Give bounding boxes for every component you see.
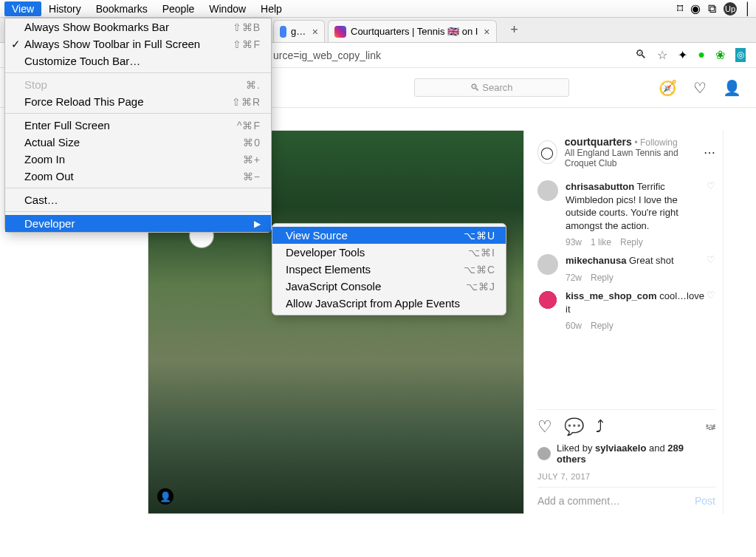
favicon-instagram-icon: [334, 26, 346, 38]
menu-item-enter-full-screen[interactable]: Enter Full Screen^⌘F: [5, 117, 271, 134]
display-icon[interactable]: ⌑: [677, 1, 683, 16]
menubar-help[interactable]: Help: [253, 1, 289, 16]
comment-row: kiss_me_shop_com cool…love it 60w Reply …: [537, 290, 715, 332]
submenu-item-javascript-console[interactable]: JavaScript Console⌥⌘J: [272, 278, 506, 295]
comment-text: Great shot: [629, 255, 674, 266]
commenter-name[interactable]: mikechanusa: [566, 255, 626, 266]
menubar-window[interactable]: Window: [202, 1, 253, 16]
activity-heart-icon[interactable]: ♡: [693, 79, 707, 97]
menubar-people[interactable]: People: [155, 1, 202, 16]
menubar-history[interactable]: History: [41, 1, 89, 16]
developer-submenu: View Source⌥⌘UDeveloper Tools⌥⌘IInspect …: [272, 223, 506, 315]
comment-age: 60w: [566, 320, 582, 332]
tab-instagram[interactable]: Courtquarters | Tennis 🇬🇧 on I ×: [328, 20, 497, 42]
view-menu-dropdown: Always Show Bookmarks Bar⇧⌘B✓Always Show…: [4, 18, 272, 233]
menubar-right: ⌑ ◉ ⧉ Up │: [677, 1, 752, 16]
favicon-google-icon: [280, 26, 286, 38]
follow-state[interactable]: • Following: [634, 137, 677, 148]
commenter-name[interactable]: kiss_me_shop_com: [566, 290, 657, 301]
post-date: JULY 7, 2017: [537, 472, 715, 481]
share-icon[interactable]: ⤴: [596, 417, 604, 437]
search-placeholder: Search: [482, 82, 512, 93]
comment-reply[interactable]: Reply: [620, 236, 643, 248]
profile-icon[interactable]: 👤: [723, 79, 741, 97]
mac-menubar: View History Bookmarks People Window Hel…: [0, 0, 756, 18]
menu-item-always-show-bookmarks-bar[interactable]: Always Show Bookmarks Bar⇧⌘B: [5, 18, 271, 35]
comment-reply[interactable]: Reply: [591, 320, 614, 332]
post-sidebar: ◯ courtquarters • Following All England …: [524, 130, 724, 514]
commenter-avatar[interactable]: [537, 180, 558, 201]
explore-icon[interactable]: 🧭: [659, 79, 677, 97]
ext-4-icon[interactable]: ◎: [735, 48, 746, 62]
submenu-item-allow-javascript-from-apple-events[interactable]: Allow JavaScript from Apple Events: [272, 295, 506, 312]
menu-item-stop: Stop⌘.: [5, 76, 271, 93]
liked-by[interactable]: Liked by sylviaakelo and 289 others: [537, 442, 715, 465]
tagged-people-icon[interactable]: 👤: [157, 488, 173, 505]
liked-by-user[interactable]: sylviaakelo: [595, 442, 646, 454]
submenu-item-inspect-elements[interactable]: Inspect Elements⌥⌘C: [272, 261, 506, 278]
liked-by-prefix: Liked by: [557, 442, 595, 454]
new-tab-button[interactable]: +: [506, 22, 523, 38]
comment-row: chrisasabutton Terrific Wimbledon pics! …: [537, 180, 715, 248]
menu-item-force-reload-this-page[interactable]: Force Reload This Page⇧⌘R: [5, 93, 271, 110]
author-avatar[interactable]: ◯: [537, 140, 557, 164]
search-icon: 🔍︎: [470, 82, 483, 93]
dropbox-icon[interactable]: ⧉: [708, 2, 716, 16]
comment-reply[interactable]: Reply: [591, 272, 614, 284]
grammarly-icon[interactable]: ●: [698, 48, 705, 62]
author-username[interactable]: courtquarters: [565, 136, 632, 148]
like-comment-icon[interactable]: ♡: [707, 180, 715, 248]
menu-item-cast-[interactable]: Cast…: [5, 191, 271, 208]
menu-item-customize-touch-bar-[interactable]: Customize Touch Bar…: [5, 52, 271, 69]
tab-title: Courtquarters | Tennis 🇬🇧 on I: [351, 26, 478, 37]
menu-item-zoom-out[interactable]: Zoom Out⌘−: [5, 168, 271, 185]
post-location[interactable]: All England Lawn Tennis and Croquet Club: [565, 148, 704, 168]
tab-close-icon[interactable]: ×: [484, 26, 489, 38]
tab-close-icon[interactable]: ×: [312, 26, 318, 38]
readermode-icon[interactable]: 🔍︎: [635, 48, 647, 62]
url-text: urce=ig_web_copy_link: [273, 49, 625, 61]
urlbar-actions: 🔍︎ ☆ ✦ ● ❀ ◎: [625, 48, 756, 62]
comment-likes[interactable]: 1 like: [591, 236, 611, 248]
commenter-name[interactable]: chrisasabutton: [566, 181, 634, 192]
submenu-item-developer-tools[interactable]: Developer Tools⌥⌘I: [272, 244, 506, 261]
post-comment-button[interactable]: Post: [695, 495, 715, 507]
liked-by-mid: and: [646, 442, 667, 454]
search-input[interactable]: 🔍︎ Search: [414, 78, 569, 97]
add-comment-input[interactable]: Add a comment…: [537, 495, 620, 507]
upwork-icon[interactable]: Up: [724, 2, 737, 16]
ext-1-icon[interactable]: ✦: [678, 48, 687, 62]
tab-title: gle Do: [291, 26, 306, 37]
menubar-bookmarks[interactable]: Bookmarks: [89, 1, 155, 16]
submenu-item-view-source[interactable]: View Source⌥⌘U: [272, 227, 506, 244]
post-header: ◯ courtquarters • Following All England …: [537, 136, 715, 168]
like-comment-icon[interactable]: ♡: [707, 290, 715, 332]
commenter-avatar[interactable]: [537, 254, 558, 275]
menu-item-actual-size[interactable]: Actual Size⌘0: [5, 134, 271, 151]
add-comment-row: Add a comment… Post: [537, 487, 715, 514]
post-more-icon[interactable]: ⋯: [704, 146, 715, 160]
comment-age: 72w: [566, 272, 582, 284]
liker-avatar: [537, 447, 551, 460]
menubar-overflow[interactable]: │: [744, 2, 752, 16]
tab-googledoc[interactable]: gle Do ×: [273, 20, 325, 42]
menu-item-developer[interactable]: Developer▶: [5, 215, 271, 232]
star-icon[interactable]: ☆: [657, 48, 667, 62]
like-comment-icon[interactable]: ♡: [707, 254, 715, 284]
comment-age: 93w: [566, 236, 582, 248]
menu-item-always-show-toolbar-in-full-screen[interactable]: ✓Always Show Toolbar in Full Screen⇧⌘F: [5, 35, 271, 52]
comments-list: chrisasabutton Terrific Wimbledon pics! …: [537, 174, 715, 409]
comment-icon[interactable]: 💬: [564, 417, 584, 437]
post-actions: ♡ 💬 ⤴ ⎃: [537, 409, 715, 440]
menubar-view[interactable]: View: [4, 1, 41, 16]
menu-item-zoom-in[interactable]: Zoom In⌘+: [5, 151, 271, 168]
comment-row: mikechanusa Great shot 72w Reply ♡: [537, 254, 715, 284]
evernote-icon[interactable]: ❀: [715, 48, 725, 62]
cc-cloud-icon[interactable]: ◉: [690, 1, 701, 16]
save-icon[interactable]: ⎃: [706, 417, 715, 437]
like-icon[interactable]: ♡: [537, 417, 552, 437]
commenter-avatar[interactable]: [537, 290, 558, 310]
